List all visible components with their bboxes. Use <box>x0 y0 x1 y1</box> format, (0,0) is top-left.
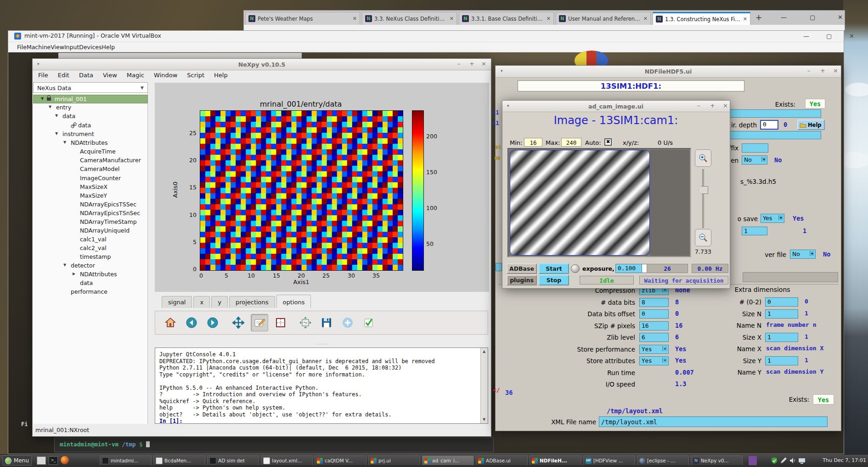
tree-item[interactable]: ▼ entry <box>33 103 148 112</box>
window-menu-icon[interactable]: ▾ <box>507 103 509 108</box>
save-button[interactable] <box>318 314 335 331</box>
setting-field[interactable]: Yes <box>639 356 669 365</box>
vbox-menu-item[interactable]: Help <box>102 44 115 51</box>
browser-tab[interactable]: N 3.3.1. Base Class Definitions - ✕ <box>459 12 554 25</box>
nexpy-menu-item[interactable]: View <box>103 72 117 79</box>
browser-minimize-button[interactable]: — <box>781 14 787 21</box>
vbox-menu-item[interactable]: Machine <box>27 44 51 51</box>
browser-tab[interactable]: N 3.3. NeXus Class Definitions ✕ <box>362 12 457 25</box>
zoom-in-button[interactable] <box>695 149 711 167</box>
tree-item[interactable]: AcquireTime <box>33 148 148 156</box>
updates-shield-icon[interactable] <box>771 457 778 464</box>
dim-field[interactable]: 1 <box>765 333 798 342</box>
plot-tab[interactable]: x <box>193 296 210 308</box>
tree-item[interactable]: ▼ NDAttributes <box>33 139 148 148</box>
dim-field[interactable]: 1 <box>765 356 798 365</box>
nexpy-plus-button[interactable]: + <box>469 60 474 67</box>
tree-item[interactable]: CameraModel <box>33 165 148 174</box>
help-button[interactable]: Help <box>797 120 825 130</box>
heatmap-image[interactable] <box>200 111 403 270</box>
min-field[interactable]: 16 <box>524 138 542 147</box>
tree-expand-icon[interactable]: ▼ <box>49 105 51 109</box>
taskbar-window-button[interactable]: caQtDM V... <box>315 456 366 466</box>
taskbar-window-button[interactable]: BcdaMen... <box>153 456 205 466</box>
auto-checkbox[interactable]: ✖ <box>604 138 612 146</box>
start-button[interactable]: Start <box>539 263 569 274</box>
tree-item[interactable]: timestamp <box>33 253 148 262</box>
dim-field[interactable]: 1 <box>765 309 798 319</box>
taskbar-window-button[interactable]: NeXpy v0... <box>691 456 743 466</box>
camera-image[interactable] <box>510 150 650 256</box>
vbox-menu-item[interactable]: File <box>17 44 27 51</box>
show-desktop-icon[interactable] <box>37 456 46 465</box>
nexpy-menu-item[interactable]: Data <box>79 72 93 79</box>
tree-filter-combo[interactable]: NeXus Data ▼ <box>33 82 148 93</box>
auto-save-dropdown[interactable]: Yes <box>761 214 784 223</box>
tree-item[interactable]: ImageCounter <box>33 174 148 183</box>
tree-item[interactable]: NDArrayEpicsTSnSec <box>33 209 148 218</box>
browser-tab[interactable]: N 1.3. Constructing NeXus Files ✕ <box>653 12 750 25</box>
nexpy-close-button[interactable]: × <box>481 60 486 67</box>
pencil-tray-icon[interactable] <box>780 457 787 464</box>
taskbar-window-button[interactable]: ad_cam_i... <box>422 456 474 466</box>
terminal-launcher-icon[interactable]: >_ <box>49 456 58 465</box>
file-suffix-field[interactable] <box>742 143 768 153</box>
taskbar-window-button[interactable]: AD sim det <box>207 456 259 466</box>
taskbar-window-button[interactable]: ADBase.ui <box>476 456 528 466</box>
adbase-button[interactable]: ADBase <box>507 263 537 274</box>
home-button[interactable] <box>162 314 179 331</box>
tree-item[interactable]: CameraManufacturer <box>33 156 148 165</box>
window-menu-icon[interactable]: ▾ <box>37 62 39 66</box>
tree-item[interactable]: MaxSizeX <box>33 183 148 192</box>
nexpy-minimize-button[interactable]: – <box>457 60 461 67</box>
taskbar-window-button[interactable]: layout.xml... <box>261 456 313 466</box>
tree-item[interactable]: ▼ detector <box>33 262 148 270</box>
tree-item[interactable]: NDArrayUniqueId <box>33 227 148 235</box>
setting-field[interactable]: 6 <box>639 333 669 342</box>
lazy-open-dropdown[interactable]: No <box>742 155 767 165</box>
tab-close-icon[interactable]: ✕ <box>351 16 357 22</box>
adcam-minimize-button[interactable]: – <box>697 102 700 109</box>
ndfile-close-button[interactable]: × <box>833 67 838 74</box>
dir-depth-field[interactable]: 0 <box>760 120 778 130</box>
tree-expand-icon[interactable]: ▼ <box>55 131 58 136</box>
subplot-config-button[interactable] <box>297 314 314 331</box>
tab-close-icon[interactable]: ✕ <box>448 16 454 22</box>
taskbar-window-button[interactable]: NDFileH... <box>530 456 581 466</box>
scroll-up-icon[interactable]: ▲ <box>480 348 488 355</box>
nexpy-menu-item[interactable]: Edit <box>58 72 69 79</box>
tree-item[interactable]: ▼ instrument <box>33 130 148 139</box>
forward-button[interactable] <box>204 314 221 331</box>
tree-expand-icon[interactable]: ▼ <box>55 114 58 118</box>
xml-file-field[interactable]: /tmp/layout.xml <box>599 416 828 427</box>
plot-tab[interactable]: y <box>211 296 228 308</box>
taskbar-window-button[interactable]: prj.ui <box>368 456 420 466</box>
tab-close-icon[interactable]: ✕ <box>642 16 648 22</box>
taskbar-window-button[interactable]: mintadmi... <box>100 456 152 466</box>
console-scrollbar[interactable] <box>480 348 488 423</box>
firefox-icon[interactable] <box>61 456 69 464</box>
tab-close-icon[interactable]: ✕ <box>741 16 747 22</box>
adcam-plus-button[interactable]: + <box>710 102 715 109</box>
plot-tab[interactable]: projections <box>229 296 275 308</box>
vbox-close-button[interactable]: ✕ <box>849 33 854 40</box>
nexpy-menu-item[interactable]: Window <box>154 72 177 79</box>
tree-item[interactable]: performance <box>33 288 148 296</box>
dim-field[interactable]: 0 <box>765 297 798 307</box>
tree-item[interactable]: calc2_val <box>33 244 148 253</box>
libreoffice-icon[interactable] <box>749 456 757 465</box>
tree-expand-icon[interactable]: ▼ <box>63 263 66 267</box>
new-tab-button[interactable]: + <box>755 13 762 22</box>
taskbar-window-button[interactable]: [eclipse - ... <box>637 456 689 466</box>
stop-button[interactable]: Stop <box>539 275 569 285</box>
tree-expand-icon[interactable]: ▶ <box>73 272 75 276</box>
nexpy-menu-item[interactable]: Magic <box>127 72 144 79</box>
vbox-minimize-button[interactable]: — <box>803 33 809 40</box>
browser-tab[interactable]: N User Manual and Reference [ ✕ <box>556 12 651 25</box>
tree-item[interactable]: calc1_val <box>33 235 148 244</box>
vbox-menu-item[interactable]: Devices <box>79 44 101 51</box>
taskbar-window-button[interactable]: [HDFView ... <box>583 456 635 466</box>
nexpy-menu-item[interactable]: Help <box>214 72 228 79</box>
setting-field[interactable]: 8 <box>639 298 669 307</box>
tree-item[interactable]: ▼ data <box>33 112 148 121</box>
